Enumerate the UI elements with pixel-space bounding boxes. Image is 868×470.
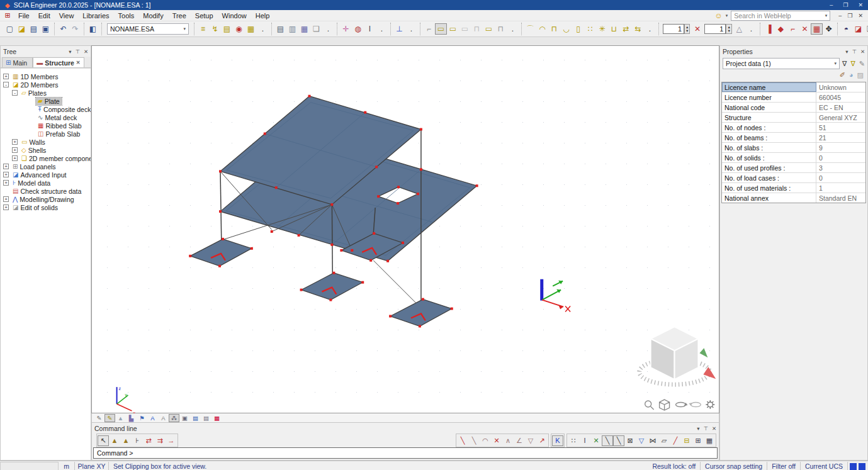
command-input[interactable]: Command > (93, 447, 718, 459)
toolbar-button[interactable]: ▣ (40, 23, 52, 35)
child-minimize-button[interactable]: – (838, 13, 842, 19)
command-tool-button[interactable]: ▲ (109, 435, 120, 446)
menu-item[interactable]: Edit (34, 11, 55, 20)
scale-spinner-2[interactable]: 1▲▼ (704, 24, 731, 34)
toolbar-button[interactable]: ◪ (852, 23, 864, 35)
property-row[interactable]: National annex Standard EN (722, 193, 865, 203)
tree-expander-icon[interactable]: + (12, 139, 18, 145)
tree-expander-icon[interactable]: - (3, 82, 9, 87)
command-tool-button[interactable]: ◠ (480, 435, 491, 446)
child-close-button[interactable]: ✕ (858, 13, 863, 19)
toolbar-button[interactable]: ◡ (560, 23, 572, 35)
toolbar-button[interactable]: ⊥ (393, 23, 405, 35)
property-row[interactable]: National code EC - EN (722, 103, 865, 113)
tree-expander-icon[interactable] (28, 123, 34, 128)
menu-item[interactable]: Libraries (78, 11, 113, 20)
property-label[interactable]: No. of beams : (722, 133, 816, 142)
tree-expander-icon[interactable] (28, 131, 34, 137)
toolbar-button[interactable]: . (507, 23, 519, 35)
tree-item[interactable]: ▰ Plate (1, 97, 91, 105)
toolbar-button[interactable]: ❏ (310, 23, 322, 35)
command-tool-button[interactable]: ╲ (602, 435, 613, 446)
tree-expander-icon[interactable]: + (3, 204, 9, 210)
toolbar-button[interactable]: ↯ (209, 23, 221, 35)
command-tool-button[interactable]: ╱ (670, 435, 681, 446)
toolbar-button[interactable]: . (644, 23, 656, 35)
command-tool-button[interactable]: ✕ (590, 435, 602, 446)
command-tool-button[interactable]: ⊞ (692, 435, 704, 446)
property-row[interactable]: No. of used materials : 1 (722, 183, 865, 193)
toolbar-button[interactable]: ▤ (221, 23, 233, 35)
panel-menu-icon[interactable]: ▾ (697, 425, 699, 432)
toolbar-button[interactable]: ◠ (536, 23, 548, 35)
view-flag-button[interactable]: A (158, 414, 169, 422)
toolbar-button[interactable]: ↶ (57, 23, 69, 35)
view-flag-button[interactable]: ▲ (115, 414, 126, 422)
tree-item[interactable]: - ◪ 2D Members (1, 81, 91, 89)
toolbar-button[interactable]: ▤ (28, 23, 40, 35)
toolbar-button[interactable]: ▭ (435, 23, 447, 35)
mdi-child-icon[interactable]: ⊞ (1, 11, 14, 20)
property-value[interactable]: General XYZ (816, 113, 865, 122)
view-flag-button[interactable]: ▙ (126, 414, 137, 422)
property-label[interactable]: No. of nodes : (722, 123, 816, 132)
property-value[interactable]: 9 (816, 143, 865, 152)
tree-expander-icon[interactable]: + (3, 196, 9, 202)
view-flag-button[interactable]: ⁂ (169, 414, 179, 422)
view-flag-button[interactable]: ▦ (211, 414, 222, 422)
tree-expander-icon[interactable]: + (3, 172, 9, 177)
toolbar-button[interactable]: ∷ (584, 23, 596, 35)
panel-close-icon[interactable]: ✕ (712, 425, 716, 432)
property-label[interactable]: No. of used materials : (722, 183, 816, 193)
tree-expander-icon[interactable]: + (12, 155, 18, 161)
tree-expander-icon[interactable] (3, 188, 9, 194)
tree-item[interactable]: + ❑ 2D member components (1, 154, 91, 162)
properties-object-combo[interactable]: Project data (1) ▾ (723, 58, 840, 69)
menu-item[interactable]: Tree (168, 11, 191, 20)
toolbar-button[interactable]: ▭ (483, 23, 495, 35)
property-value[interactable]: 0 (816, 153, 865, 162)
property-label[interactable]: No. of load cases : (722, 173, 816, 182)
property-row[interactable]: No. of solids : 0 (722, 153, 865, 163)
property-label[interactable]: National annex (722, 193, 816, 203)
property-row[interactable]: Licence number 660045 (722, 92, 865, 103)
cursor-snap-cell[interactable]: Cursor snap setting (701, 462, 767, 470)
property-row[interactable]: Licence name Unknown (722, 82, 865, 92)
orbit-horizontal-icon[interactable] (676, 403, 688, 407)
toolbar-button[interactable]: ◉ (233, 23, 245, 35)
feedback-smiley-icon[interactable]: ☺ (715, 11, 723, 20)
property-value[interactable]: 660045 (816, 92, 865, 102)
menu-item[interactable]: Setup (191, 11, 218, 20)
project-file-combo[interactable]: NONAME.ESA ▾ (107, 23, 189, 35)
view-flag-button[interactable]: ✎ (104, 414, 115, 422)
command-tool-button[interactable]: ╲ (468, 435, 480, 446)
toolbar-button[interactable]: ▭ (459, 23, 471, 35)
tree-tab[interactable]: ⊞ Main (2, 57, 33, 67)
toolbar-button[interactable]: . (405, 23, 417, 35)
tree-item[interactable]: - ▱ Plates (1, 89, 91, 97)
toolbar-button[interactable]: ▭ (447, 23, 459, 35)
menu-item[interactable]: File (14, 11, 34, 20)
ucs-cell[interactable]: Current UCS (801, 462, 848, 470)
command-tool-button[interactable]: ⇉ (154, 435, 166, 446)
panel-close-icon[interactable]: ✕ (860, 48, 865, 55)
property-label[interactable]: No. of used profiles : (722, 163, 816, 172)
menu-item[interactable]: Help (251, 11, 274, 20)
toolbar-button[interactable]: ◧ (87, 23, 99, 35)
command-tool-button[interactable]: ∷ (568, 435, 579, 446)
property-row[interactable]: Structure General XYZ (722, 113, 865, 123)
toolbar-button[interactable]: ✳ (596, 23, 608, 35)
tree-tab[interactable]: ▬ Structure ✕ (33, 57, 84, 67)
tree-expander-icon[interactable] (28, 106, 34, 112)
toolbar-button[interactable]: I (364, 23, 376, 35)
toolbar-button[interactable]: △ (733, 23, 745, 35)
properties-tool-icon[interactable]: ✐ (840, 71, 845, 79)
view-flag-button[interactable]: ▤ (201, 414, 211, 422)
command-tool-button[interactable]: ↖ (98, 435, 109, 446)
command-tool-button[interactable]: ⇄ (143, 435, 154, 446)
unit-cell[interactable]: m (59, 462, 75, 470)
command-tool-button[interactable]: → (166, 435, 177, 446)
command-tool-button[interactable]: ╲ (613, 435, 624, 446)
properties-tool-icon[interactable]: ✎ (859, 60, 865, 68)
toolbar-button[interactable]: ✕ (691, 23, 703, 35)
